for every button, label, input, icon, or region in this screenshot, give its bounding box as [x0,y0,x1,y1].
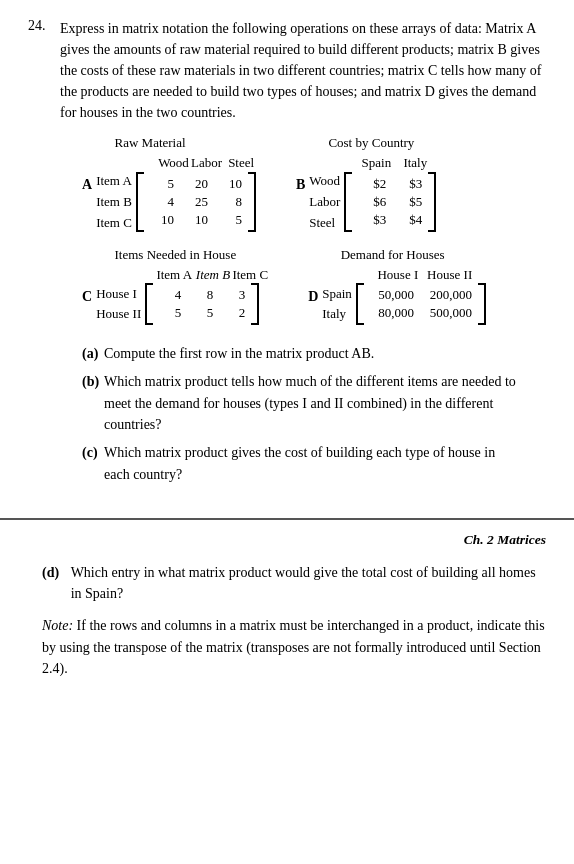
matrix-b-bracket-right [428,172,436,232]
matrix-d-title: Demand for Houses [308,247,444,263]
problem-intro: Express in matrix notation the following… [60,18,546,123]
matrix-d-data: 50,000 200,000 80,000 500,000 [364,283,478,325]
matrix-b-letter: B [296,177,305,193]
question-a: (a) Compute the first row in the matrix … [82,343,518,365]
question-c-text: Which matrix product gives the cost of b… [104,442,518,485]
matrix-b-title: Cost by Country [296,135,414,151]
matrices-section: Raw Material A Wood Labor Steel [28,135,546,325]
matrix-a-letter: A [82,177,92,193]
matrix-a-title: Raw Material [82,135,186,151]
question-d-text: Which entry in what matrix product would… [71,562,546,605]
note-label: Note: [42,618,73,633]
problem-number-row: 24. Express in matrix notation the follo… [28,18,546,123]
matrix-a-bracket-left [136,172,144,232]
matrix-b-block: Cost by Country B Spain Italy [296,135,436,233]
matrix-a-inner: Item A Item B Item C 5 20 10 4 [96,171,256,233]
matrix-c-title: Items Needed in House [82,247,236,263]
matrix-d-content: House I House II Spain Italy 50,000 [322,267,486,325]
matrix-a-bracket-right [248,172,256,232]
question-a-text: Compute the first row in the matrix prod… [104,343,518,365]
question-b: (b) Which matrix product tells how much … [82,371,518,436]
matrix-c-letter: C [82,289,92,305]
matrix-top-row: Raw Material A Wood Labor Steel [82,135,536,233]
matrix-bottom-row: Items Needed in House C Item A Item B It… [82,247,536,325]
problem-number: 24. [28,18,54,34]
matrix-a-col-headers: Wood Labor Steel [158,155,256,171]
matrix-d-col-headers: House I House II [372,267,486,283]
matrix-c-bracket-left [145,283,153,325]
matrix-d-bracket-left [356,283,364,325]
note-text: If the rows and columns in a matrix must… [42,618,545,676]
question-c: (c) Which matrix product gives the cost … [82,442,518,485]
questions-section: (a) Compute the first row in the matrix … [28,339,546,495]
matrix-c-content: Item A Item B Item C House I House II [96,267,268,325]
matrix-c-bracket-right [251,283,259,325]
matrix-d-bracket-right [478,283,486,325]
chapter-label: Ch. 2 Matrices [28,532,546,548]
matrix-c-data: 4 8 3 5 5 2 [153,283,251,325]
matrix-b-row-labels: Wood Labor Steel [309,171,340,233]
question-b-label: (b) [82,371,100,436]
matrix-c-block: Items Needed in House C Item A Item B It… [82,247,268,325]
matrix-d-letter: D [308,289,318,305]
matrix-d-inner: Spain Italy 50,000 200,000 80,000 500,00… [322,283,486,325]
matrix-a-content: Wood Labor Steel Item A Item B Item C [96,155,256,233]
note-section: Note: If the rows and columns in a matri… [28,615,546,680]
matrix-c-inner: House I House II 4 8 3 5 5 2 [96,283,268,325]
matrix-b-inner: Wood Labor Steel $2 $3 $6 $5 $3 [309,171,436,233]
matrix-d-block: Demand for Houses D House I House II Sp [308,247,486,325]
page-bottom: Ch. 2 Matrices (d) Which entry in what m… [0,520,574,690]
matrix-c-row-labels: House I House II [96,284,141,326]
matrix-c-col-headers: Item A Item B Item C [154,267,268,283]
matrix-b-data: $2 $3 $6 $5 $3 $4 [352,172,428,232]
matrix-a-data: 5 20 10 4 25 8 10 10 5 [144,172,248,232]
matrix-a-block: Raw Material A Wood Labor Steel [82,135,256,233]
matrix-b-col-headers: Spain Italy [355,155,436,171]
matrix-a-row-labels: Item A Item B Item C [96,171,132,233]
question-b-text: Which matrix product tells how much of t… [104,371,518,436]
question-a-label: (a) [82,343,100,365]
matrix-d-row-labels: Spain Italy [322,284,352,326]
page-top: 24. Express in matrix notation the follo… [0,0,574,506]
question-d: (d) Which entry in what matrix product w… [28,562,546,605]
question-d-label: (d) [42,562,59,605]
matrix-b-bracket-left [344,172,352,232]
matrix-b-content: Spain Italy Wood Labor Steel $2 [309,155,436,233]
question-c-label: (c) [82,442,100,485]
